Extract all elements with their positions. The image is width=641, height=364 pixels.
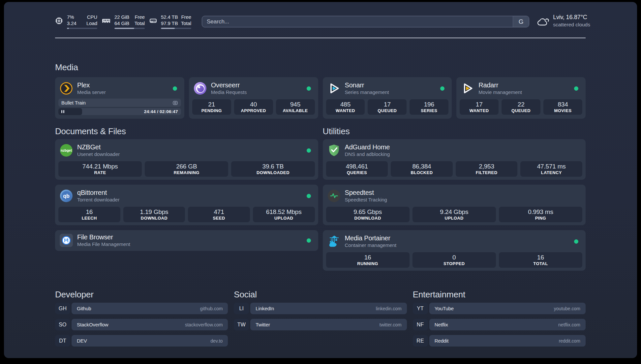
status-dot: [440, 86, 444, 91]
stat-label: SERIES: [421, 108, 437, 113]
service-card-portainer[interactable]: Media Portainer Container management 16 …: [323, 230, 586, 271]
service-description: Movie management: [478, 89, 522, 95]
memory-progress-bar: [114, 28, 145, 29]
service-description: Container management: [345, 242, 397, 248]
stat-label: QUERIES: [347, 170, 367, 175]
bookmark-url: reddit.com: [559, 338, 580, 344]
section-title-documents: Documents & Files: [55, 126, 318, 136]
bookmark-abbr: RE: [413, 335, 428, 347]
bookmark-stackoverflow[interactable]: SO StackOverflow stackoverflow.com: [55, 319, 228, 330]
stat-tile: 266 GB REMAINING: [145, 161, 228, 177]
plex-time: 24:44 / 02:06:47: [144, 108, 178, 115]
stat-label: MOVIES: [554, 108, 572, 113]
bookmark-name: Github: [77, 306, 91, 311]
disk-progress-bar: [161, 28, 191, 29]
service-card-qbittorrent[interactable]: qb qBittorrent Torrent downloader 16: [55, 185, 318, 225]
stat-tile: 485 WANTED: [326, 99, 365, 115]
service-card-sonarr[interactable]: Sonarr Series management 485 WANTED 17 Q…: [323, 77, 452, 119]
disk-widget: 52.4 TBFree 97.9 TBTotal: [149, 14, 191, 29]
bookmark-url: linkedin.com: [376, 306, 402, 311]
stat-value: 86,384: [412, 163, 431, 170]
stat-value: 16: [86, 208, 93, 216]
bookmark-linkedin[interactable]: LI LinkedIn linkedin.com: [234, 303, 407, 314]
cpu-widget: 7%CPU 3.24Load: [55, 14, 97, 29]
documents-column: Documents & Files nzbget NZBGet Usenet d…: [55, 126, 318, 271]
memory-widget: 22 GiBFree 64 GiBTotal: [102, 14, 145, 29]
bookmark-url: dev.to: [210, 338, 223, 344]
stat-value: 485: [340, 101, 351, 108]
cpu-usage-label: CPU: [87, 14, 97, 20]
bookmark-github[interactable]: GH Github github.com: [55, 303, 228, 314]
stat-label: UPLOAD: [445, 216, 464, 221]
bookmark-twitter[interactable]: TW Twitter twitter.com: [234, 319, 407, 330]
stat-label: LATENCY: [541, 170, 562, 175]
disk-free-label: Free: [181, 14, 191, 20]
service-description: Usenet downloader: [77, 151, 120, 157]
bookmark-youtube[interactable]: YT YouTube youtube.com: [413, 303, 586, 314]
bookmark-name: Netflix: [435, 322, 448, 327]
bookmark-abbr: YT: [413, 303, 428, 314]
stat-tile: 2,953 FILTERED: [456, 161, 518, 177]
service-card-plex[interactable]: Plex Media server Bullet Train 24:44 / 0: [55, 77, 184, 119]
service-name: AdGuard Home: [345, 143, 390, 151]
plex-player-row[interactable]: 24:44 / 02:06:47: [58, 108, 181, 115]
service-description: Torrent downloader: [77, 197, 119, 203]
service-name: Radarr: [478, 81, 522, 89]
dashboard-panel: 7%CPU 3.24Load 22 G: [4, 2, 637, 358]
bookmark-dev[interactable]: DT DEV dev.to: [55, 335, 228, 347]
weather-location-temp: Lviv, 16.87°C: [553, 14, 590, 21]
search-provider-button[interactable]: G: [513, 16, 529, 27]
service-card-filebrowser[interactable]: File Browser Media File Management: [55, 230, 318, 251]
media-grid: Plex Media server Bullet Train 24:44 / 0: [55, 77, 586, 119]
stat-tile: 17 QUEUED: [368, 99, 407, 115]
stat-tile: 834 MOVIES: [543, 99, 582, 115]
service-description: Media server: [77, 89, 106, 95]
pause-icon[interactable]: [61, 110, 64, 113]
stat-label: UPLOAD: [274, 216, 293, 221]
status-dot: [307, 148, 311, 153]
plex-now-playing-title: Bullet Train: [61, 100, 86, 106]
disk-total-label: Total: [181, 20, 191, 26]
weather-widget: Lviv, 16.87°C scattered clouds: [537, 14, 590, 28]
service-card-adguard[interactable]: AdGuard Home DNS and adblocking 498,461 …: [323, 139, 586, 180]
stat-label: PENDING: [201, 108, 222, 113]
stat-label: WANTED: [470, 108, 489, 113]
stat-label: RATE: [94, 170, 106, 175]
bookmark-url: github.com: [200, 306, 223, 311]
portainer-logo-icon: [327, 235, 341, 248]
stat-value: 196: [424, 101, 434, 108]
bookmark-abbr: LI: [234, 303, 249, 314]
weather-condition: scattered clouds: [553, 21, 590, 28]
stat-tile: 1.19 Gbps DOWNLOAD: [123, 207, 185, 222]
service-card-overseerr[interactable]: Overseerr Media Requests 21 PENDING 40 A…: [189, 77, 318, 119]
memory-icon: [102, 17, 110, 25]
stat-label: DOWNLOADED: [257, 170, 290, 175]
utilities-column: Utilities: [323, 126, 586, 271]
service-name: Media Portainer: [345, 234, 397, 242]
bookmark-url: stackoverflow.com: [185, 322, 223, 327]
bookmark-netflix[interactable]: NF Netflix netflix.com: [413, 319, 586, 330]
stat-value: 17: [476, 101, 483, 108]
header-bar: 7%CPU 3.24Load 22 G: [55, 14, 586, 29]
bookmark-reddit[interactable]: RE Reddit reddit.com: [413, 335, 586, 347]
bookmark-group-title: Entertainment: [413, 289, 586, 300]
stat-value: 17: [384, 101, 391, 108]
stat-value: 498,461: [346, 163, 368, 170]
service-card-nzbget[interactable]: nzbget NZBGet Usenet downloader 744.21 M…: [55, 139, 318, 180]
plex-logo-icon: [60, 82, 73, 95]
bookmark-url: youtube.com: [554, 306, 580, 311]
bookmark-abbr: SO: [55, 319, 70, 330]
service-name: qBittorrent: [77, 189, 119, 197]
cpu-progress-bar: [67, 28, 97, 29]
bookmark-name: Twitter: [256, 322, 270, 327]
stat-label: TOTAL: [533, 261, 548, 266]
filebrowser-logo-icon: [60, 234, 73, 247]
stat-value: 40: [250, 101, 257, 108]
stat-value: 471: [214, 208, 224, 216]
service-name: NZBGet: [77, 143, 120, 151]
search-input[interactable]: [202, 16, 513, 27]
cpu-icon: [55, 17, 63, 25]
service-card-speedtest[interactable]: Speedtest Speedtest Tracking 9.65 Gbps D…: [323, 185, 586, 225]
service-card-radarr[interactable]: Radarr Movie management 17 WANTED 22 QUE…: [456, 77, 586, 119]
bookmark-name: StackOverflow: [77, 322, 108, 327]
